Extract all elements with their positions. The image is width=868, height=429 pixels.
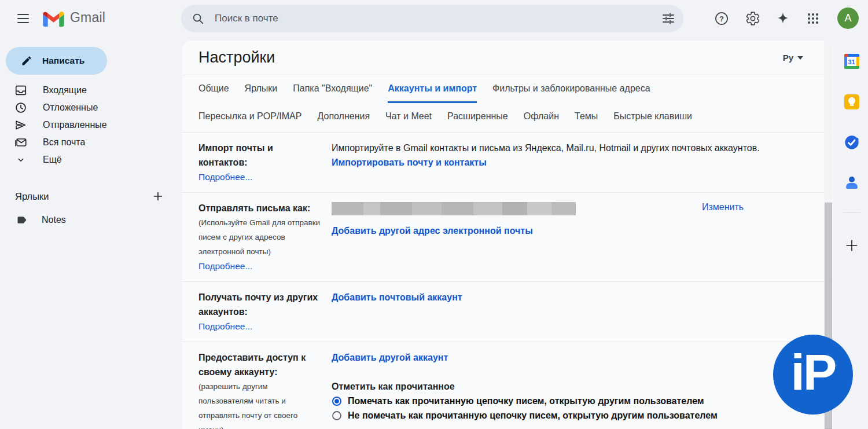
settings-row-import: Импорт почты и контактов: Подробнее... И… (182, 133, 833, 193)
gemini-sparkle-icon[interactable] (771, 7, 795, 30)
keep-icon[interactable] (840, 90, 863, 113)
edit-link[interactable]: Изменить (702, 202, 744, 212)
gmail-wordmark: Gmail (70, 10, 105, 25)
sidebar-item-inbox[interactable]: Входящие (0, 82, 174, 99)
check-mail-more-link[interactable]: Подробнее... (198, 321, 252, 331)
settings-gear-icon[interactable] (741, 7, 764, 30)
check-mail-label: Получать почту из других аккаунтов: (198, 292, 318, 317)
row-content: Добавить почтовый аккаунт (332, 290, 806, 333)
radio-option-mark-read[interactable]: Помечать как прочитанную цепочку писем, … (332, 394, 806, 408)
search-options-icon[interactable] (661, 12, 675, 25)
help-icon[interactable]: ? (710, 7, 733, 30)
chevron-down-icon (14, 153, 28, 167)
settings-row-send-as: Отправлять письма как: (Используйте Gmai… (182, 193, 833, 282)
create-label-button[interactable] (149, 188, 167, 205)
add-another-account-link[interactable]: Добавить другой аккаунт (332, 350, 448, 365)
row-content: Добавить другой аккаунт Отметить как про… (332, 350, 806, 429)
sidebar-item-label: Отправленные (43, 120, 107, 130)
sidebar-item-more[interactable]: Ещё (0, 151, 174, 168)
sidebar-item-label: Отложенные (43, 102, 98, 113)
settings-row-check-mail: Получать почту из других аккаунтов: Подр… (182, 282, 833, 342)
send-as-label: Отправлять письма как: (198, 203, 310, 213)
tab-labels[interactable]: Ярлыки (245, 75, 278, 103)
top-bar: Gmail Поиск в почте ? (0, 0, 868, 37)
google-apps-grid-icon[interactable] (801, 7, 825, 30)
tab-forwarding-pop-imap[interactable]: Пересылка и POP/IMAP (198, 103, 301, 131)
import-label: Импорт почты и контактов: (198, 143, 273, 167)
compose-label: Написать (42, 56, 84, 66)
send-icon (14, 118, 28, 132)
pencil-icon (21, 55, 32, 67)
tab-themes[interactable]: Темы (575, 103, 598, 131)
gmail-logo-icon (43, 10, 64, 27)
row-label: Импорт почты и контактов: Подробнее... (198, 141, 323, 184)
tabs-row-1: Общие Ярлыки Папка "Входящие" Аккаунты и… (182, 75, 833, 103)
send-as-note: (Используйте Gmail для отправки писем с … (198, 215, 323, 259)
search-placeholder: Поиск в почте (215, 13, 661, 24)
language-code: Ру (783, 53, 793, 63)
label-item-text: Notes (42, 215, 66, 225)
grant-access-label: Предоставить доступ к своему аккаунту: (198, 353, 306, 377)
language-selector[interactable]: Ру (783, 53, 803, 63)
envelope-icon (14, 135, 28, 149)
settings-header: Настройки Ру (182, 41, 833, 75)
tasks-icon[interactable] (840, 131, 863, 154)
sidebar-item-snoozed[interactable]: Отложенные (0, 99, 174, 116)
row-label: Получать почту из других аккаунтов: Подр… (198, 290, 323, 333)
clock-icon (14, 101, 28, 115)
get-addons-plus-icon[interactable] (840, 234, 863, 257)
calendar-day-number: 31 (844, 57, 859, 67)
import-more-link[interactable]: Подробнее... (198, 172, 252, 182)
radio-selected-icon[interactable] (332, 396, 342, 406)
sidebar-item-all-mail[interactable]: Вся почта (0, 134, 174, 151)
row-content: Импортируйте в Gmail контакты и письма и… (332, 141, 806, 184)
sidebar-item-label: Вся почта (43, 137, 85, 148)
settings-card: Настройки Ру Общие Ярлыки Папка "Входящи… (182, 41, 833, 429)
search-input[interactable]: Поиск в почте (181, 5, 683, 32)
send-as-more-link[interactable]: Подробнее... (198, 261, 252, 271)
tab-advanced[interactable]: Расширенные (447, 103, 508, 131)
labels-header-text: Ярлыки (15, 191, 49, 202)
main-menu-icon[interactable] (9, 5, 37, 32)
contacts-icon[interactable] (840, 171, 863, 195)
svg-text:?: ? (719, 14, 724, 23)
avatar-letter: A (844, 12, 851, 24)
row-label: Предоставить доступ к своему аккаунту: (… (198, 350, 323, 429)
mark-as-read-header: Отметить как прочитанное (332, 379, 806, 394)
sidebar-label-notes[interactable]: Notes (0, 211, 174, 229)
tabs-row-2: Пересылка и POP/IMAP Дополнения Чат и Me… (182, 103, 833, 131)
tab-chat-meet[interactable]: Чат и Meet (385, 103, 432, 131)
tab-addons[interactable]: Дополнения (317, 103, 370, 131)
watermark-text: iP (790, 343, 835, 402)
add-mail-account-link[interactable]: Добавить почтовый аккаунт (332, 290, 462, 305)
sidebar-item-label: Ещё (43, 155, 62, 165)
grant-access-note: (разрешить другим пользователям читать и… (198, 379, 323, 429)
label-tag-icon (16, 214, 28, 226)
sidebar: Написать Входящие Отложенные Отправленны… (0, 37, 182, 429)
tab-offline[interactable]: Офлайн (524, 103, 559, 131)
avatar[interactable]: A (837, 8, 859, 29)
settings-row-grant-access: Предоставить доступ к своему аккаунту: (… (182, 342, 833, 429)
page-title: Настройки (198, 49, 275, 67)
labels-section-header: Ярлыки (15, 188, 167, 205)
calendar-icon[interactable]: 31 (840, 50, 863, 73)
tab-filters-blocked[interactable]: Фильтры и заблокированные адреса (492, 75, 650, 103)
radio-unselected-icon[interactable] (332, 410, 342, 421)
tab-accounts-and-import[interactable]: Аккаунты и импорт (388, 75, 477, 103)
gmail-settings-page: Gmail Поиск в почте ? (0, 0, 868, 429)
settings-tabs: Общие Ярлыки Папка "Входящие" Аккаунты и… (182, 75, 833, 133)
compose-button[interactable]: Написать (6, 47, 107, 75)
search-icon (192, 12, 204, 25)
sidebar-nav: Входящие Отложенные Отправленные Вся поч… (0, 82, 174, 168)
add-email-address-link[interactable]: Добавить другой адрес электронной почты (332, 223, 533, 238)
import-action-link[interactable]: Импортировать почту и контакты (332, 155, 487, 170)
inbox-icon (14, 83, 28, 97)
radio-option-not-mark-read[interactable]: Не помечать как прочитанную цепочку писе… (332, 408, 806, 423)
tab-keyboard-shortcuts[interactable]: Быстрые клавиши (613, 103, 692, 131)
import-description: Импортируйте в Gmail контакты и письма и… (332, 141, 806, 155)
side-panel-divider (843, 212, 860, 213)
sidebar-item-label: Входящие (43, 85, 87, 96)
tab-inbox[interactable]: Папка "Входящие" (293, 75, 372, 103)
sidebar-item-sent[interactable]: Отправленные (0, 116, 174, 134)
tab-general[interactable]: Общие (198, 75, 229, 103)
